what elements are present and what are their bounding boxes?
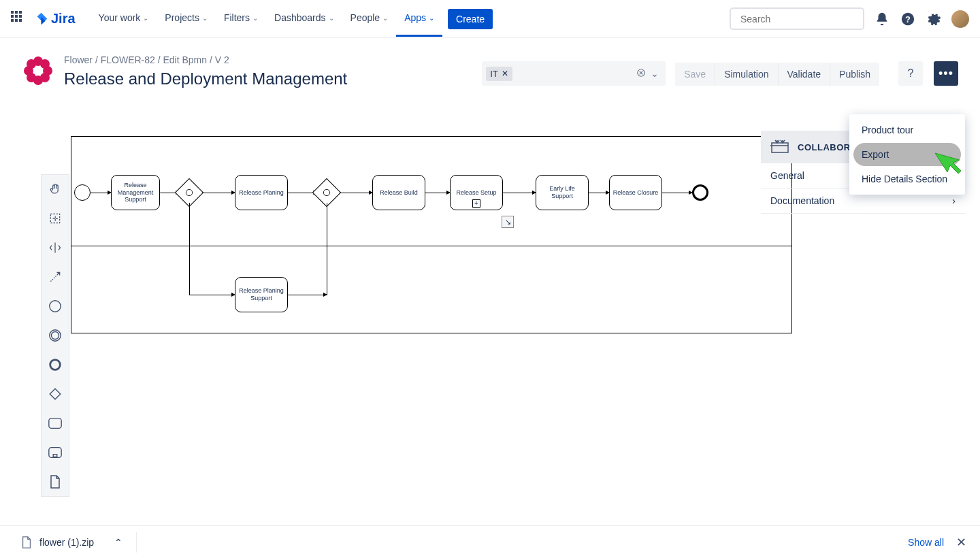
task-release-closure[interactable]: Release Closure xyxy=(609,175,662,210)
palette-intermediate-event-icon[interactable] xyxy=(46,327,64,344)
jira-logo-text: Jira xyxy=(51,11,76,27)
palette-end-event-icon[interactable] xyxy=(46,356,64,374)
more-actions-button[interactable]: ••• xyxy=(934,61,958,86)
svg-point-11 xyxy=(40,73,50,82)
menu-export[interactable]: Export xyxy=(853,143,961,166)
download-bar: flower (1).zip ⌃ Show all ✕ xyxy=(0,525,980,558)
svg-point-12 xyxy=(34,67,42,75)
action-buttons: Save Simulation Validate Publish xyxy=(675,63,879,86)
publish-button[interactable]: Publish xyxy=(830,63,879,86)
collaboration-icon xyxy=(770,139,789,155)
palette-connect-icon[interactable] xyxy=(46,268,64,286)
palette-data-object-icon[interactable] xyxy=(46,473,64,491)
user-avatar[interactable] xyxy=(951,10,969,28)
task-release-planing[interactable]: Release Planing xyxy=(235,175,288,210)
svg-point-20 xyxy=(52,332,59,340)
svg-point-26 xyxy=(186,189,192,195)
editor-help-button[interactable]: ? xyxy=(898,61,923,86)
svg-rect-23 xyxy=(49,419,61,429)
nav-filters[interactable]: Filters⌄ xyxy=(216,1,266,37)
palette-start-event-icon[interactable] xyxy=(46,297,64,315)
task-release-build[interactable]: Release Build xyxy=(372,175,425,210)
task-release-mgmt-support[interactable]: Release Management Support xyxy=(111,175,160,210)
nav-people[interactable]: People⌄ xyxy=(342,1,397,37)
download-bar-close-icon[interactable]: ✕ xyxy=(956,535,966,550)
show-all-link[interactable]: Show all xyxy=(908,537,944,548)
bpmn-pool: Release Management Support Release Plani… xyxy=(71,136,792,333)
palette-hand-icon[interactable] xyxy=(46,180,64,198)
tag-dropdown-icon[interactable]: ⌄ xyxy=(648,66,662,81)
svg-rect-25 xyxy=(53,455,57,457)
help-icon[interactable]: ? xyxy=(900,11,916,27)
tag-remove-icon[interactable]: ✕ xyxy=(502,69,508,78)
download-filename: flower (1).zip xyxy=(39,537,94,548)
download-item[interactable]: flower (1).zip xyxy=(14,531,101,553)
more-actions-menu: Product tour Export Hide Details Section xyxy=(849,114,965,195)
end-event[interactable] xyxy=(692,184,708,201)
svg-point-10 xyxy=(27,73,36,82)
svg-text:?: ? xyxy=(905,14,911,24)
download-expand-icon[interactable]: ⌃ xyxy=(114,537,122,548)
save-button[interactable]: Save xyxy=(675,63,715,86)
svg-rect-24 xyxy=(49,448,61,458)
palette-lasso-icon[interactable]: ✛ xyxy=(46,210,64,227)
project-flower-icon xyxy=(22,54,54,87)
palette-task-icon[interactable] xyxy=(46,414,64,432)
tag-chip-it: IT ✕ xyxy=(486,67,512,81)
nav-your-work[interactable]: Your work⌄ xyxy=(91,1,157,37)
top-navigation: Jira Your work⌄ Projects⌄ Filters⌄ Dashb… xyxy=(0,0,980,38)
breadcrumb-flower[interactable]: Flower xyxy=(64,54,93,65)
search-input[interactable] xyxy=(740,14,860,24)
palette-subprocess-icon[interactable] xyxy=(46,444,64,461)
svg-point-18 xyxy=(50,301,61,312)
chevron-right-icon: › xyxy=(952,195,956,206)
validate-button[interactable]: Validate xyxy=(778,63,830,86)
nav-dashboards[interactable]: Dashboards⌄ xyxy=(266,1,342,37)
simulation-button[interactable]: Simulation xyxy=(715,63,777,86)
notifications-icon[interactable] xyxy=(874,11,890,27)
task-release-planing-support[interactable]: Release Planing Support xyxy=(235,277,288,312)
file-icon xyxy=(20,536,33,549)
tag-clear-icon[interactable] xyxy=(634,66,648,82)
palette-gateway-icon[interactable] xyxy=(46,385,64,403)
svg-point-27 xyxy=(323,189,329,195)
nav-items: Your work⌄ Projects⌄ Filters⌄ Dashboards… xyxy=(91,1,442,37)
nav-projects[interactable]: Projects⌄ xyxy=(157,1,216,37)
bpmn-palette: ✛ xyxy=(41,174,69,497)
breadcrumb-version[interactable]: V 2 xyxy=(215,54,229,65)
start-event[interactable] xyxy=(74,184,91,201)
create-button[interactable]: Create xyxy=(448,9,493,29)
task-early-life[interactable]: Early Life Support xyxy=(536,175,589,210)
breadcrumb: Flower / FLOWER-82 / Edit Bpmn / V 2 xyxy=(64,54,482,65)
breadcrumb-issue[interactable]: FLOWER-82 xyxy=(101,54,155,65)
svg-point-21 xyxy=(50,360,61,370)
breadcrumb-edit[interactable]: Edit Bpmn xyxy=(163,54,207,65)
expand-subprocess-button[interactable]: ↘ xyxy=(502,216,514,228)
jira-logo[interactable]: Jira xyxy=(34,11,76,27)
svg-point-9 xyxy=(40,59,50,69)
settings-icon[interactable] xyxy=(926,11,942,27)
palette-space-icon[interactable] xyxy=(46,239,64,257)
nav-apps[interactable]: Apps⌄ xyxy=(396,1,442,37)
menu-hide-details[interactable]: Hide Details Section xyxy=(849,167,965,191)
svg-rect-22 xyxy=(50,389,61,399)
app-switcher-icon[interactable] xyxy=(11,11,27,27)
svg-rect-28 xyxy=(772,143,788,152)
subprocess-marker-icon: + xyxy=(472,199,480,208)
tag-filter[interactable]: IT ✕ ⌄ xyxy=(482,61,666,86)
svg-point-8 xyxy=(27,59,36,69)
page-header: Flower / FLOWER-82 / Edit Bpmn / V 2 Rel… xyxy=(0,38,980,95)
search-box[interactable] xyxy=(730,7,864,30)
page-title: Release and Deployment Management xyxy=(64,69,482,88)
menu-product-tour[interactable]: Product tour xyxy=(849,118,965,142)
task-release-setup[interactable]: Release Setup + xyxy=(450,175,503,210)
